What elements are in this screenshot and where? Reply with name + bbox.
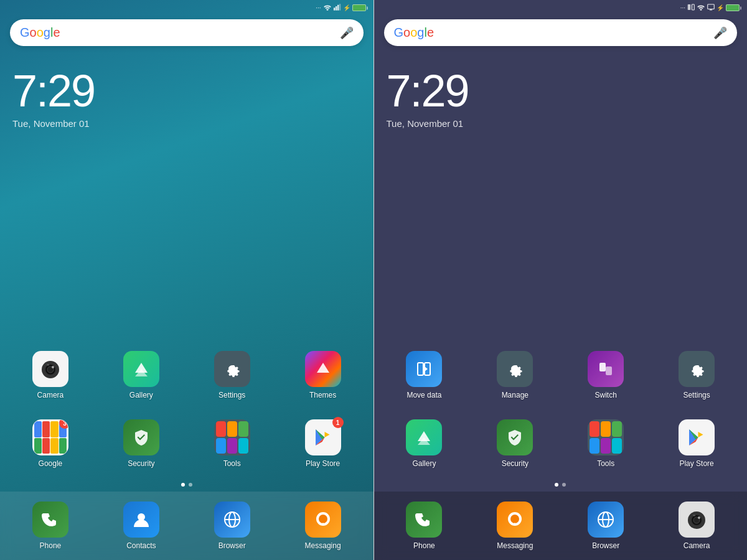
right-dock-browser[interactable]: Browser — [560, 497, 651, 555]
camera-label: Camera — [37, 391, 64, 399]
gallery-label: Gallery — [129, 391, 153, 399]
phone-label: Phone — [40, 541, 62, 550]
gallery-right-label: Gallery — [412, 459, 436, 468]
playstore-icon — [312, 426, 334, 449]
app-themes[interactable]: Themes — [278, 346, 369, 404]
right-status-icons: ··· ⚡ — [680, 4, 740, 12]
app-security[interactable]: Security — [96, 414, 187, 473]
dot-2[interactable] — [189, 483, 192, 487]
tools-right-icon-bg — [588, 419, 624, 455]
right-phone-screen: ··· ⚡ — [374, 0, 748, 560]
right-dot-2[interactable] — [562, 483, 566, 487]
svg-rect-27 — [599, 363, 606, 371]
app-tools-right[interactable]: Tools — [560, 414, 651, 473]
camera-icon — [39, 358, 62, 380]
phone-icon — [39, 508, 62, 531]
dock-phone[interactable]: Phone — [5, 497, 96, 555]
app-playstore[interactable]: 1 Play Store — [278, 414, 369, 473]
dock-messaging[interactable]: Messaging — [278, 497, 369, 555]
right-page-dots — [374, 478, 748, 492]
settings-icon — [221, 358, 243, 380]
left-page-dots — [0, 478, 374, 492]
right-dock-phone[interactable]: Phone — [379, 497, 470, 555]
left-app-grid-row2: 3 Google Security — [0, 409, 374, 478]
security-icon-bg — [123, 419, 159, 455]
right-google-logo: Google — [394, 26, 435, 40]
tools-label: Tools — [223, 459, 241, 468]
bolt-icon: ⚡ — [343, 4, 350, 11]
right-phone-icon-bg — [406, 502, 442, 538]
browser-icon-bg — [214, 502, 250, 538]
security-icon — [130, 426, 153, 449]
right-clock-time: 7:29 — [387, 68, 735, 113]
gallery-right-icon — [413, 426, 435, 449]
right-battery-icon — [726, 4, 740, 11]
right-screen-icon — [707, 4, 715, 12]
app-movedata[interactable]: Move data — [379, 346, 470, 404]
right-mic-icon[interactable]: 🎤 — [713, 26, 727, 40]
right-dot-1[interactable] — [555, 483, 558, 487]
right-dots-icon: ··· — [680, 4, 685, 11]
app-google[interactable]: 3 Google — [5, 414, 96, 473]
playstore-right-label: Play Store — [679, 459, 713, 468]
svg-point-7 — [52, 366, 54, 368]
dock-contacts[interactable]: Contacts — [96, 497, 187, 555]
right-browser-icon — [594, 508, 617, 531]
playstore-icon-bg: 1 — [305, 419, 341, 455]
right-messaging-icon-bg — [497, 502, 533, 538]
settings-right-icon-bg — [679, 351, 715, 387]
security-right-icon — [504, 426, 526, 449]
tools-icon-bg — [214, 419, 250, 455]
mic-icon[interactable]: 🎤 — [340, 26, 354, 40]
svg-rect-18 — [688, 4, 691, 10]
playstore-badge: 1 — [332, 417, 344, 428]
right-camera-icon — [685, 508, 708, 531]
svg-rect-28 — [606, 366, 612, 375]
left-search-bar[interactable]: Google 🎤 — [10, 19, 364, 46]
tools-mini-grid — [214, 419, 250, 455]
left-clock-date: Tue, November 01 — [12, 118, 361, 129]
google-icon-bg: 3 — [32, 419, 68, 455]
tools-right-label: Tools — [597, 459, 614, 468]
app-tools[interactable]: Tools — [187, 414, 278, 473]
left-dock: Phone Contacts Browser — [0, 492, 374, 560]
right-phone-label: Phone — [413, 541, 435, 550]
svg-rect-1 — [336, 6, 337, 11]
app-switch[interactable]: Switch — [560, 346, 651, 404]
messaging-label: Messaging — [305, 541, 341, 550]
playstore-right-icon — [685, 426, 708, 449]
browser-icon — [221, 508, 243, 531]
right-sim-icon — [687, 4, 695, 12]
google-label: Google — [39, 459, 63, 468]
settings-icon-bg — [214, 351, 250, 387]
app-settings-right[interactable]: Settings — [651, 346, 742, 404]
security-label: Security — [128, 459, 154, 468]
left-status-icons: ··· ⚡ — [316, 4, 365, 12]
right-app-grid-row2: Gallery Security — [374, 409, 748, 478]
app-gallery[interactable]: Gallery — [96, 346, 187, 404]
right-dock-messaging[interactable]: Messaging — [469, 497, 560, 555]
dots-icon: ··· — [316, 4, 321, 11]
dot-1[interactable] — [181, 483, 185, 487]
right-messaging-label: Messaging — [497, 541, 533, 550]
movedata-icon — [413, 358, 435, 380]
right-dock-camera[interactable]: Camera — [651, 497, 742, 555]
themes-label: Themes — [309, 391, 336, 399]
right-dock: Phone Messaging Browser — [374, 492, 748, 560]
gallery-icon — [130, 358, 153, 380]
app-settings[interactable]: Settings — [187, 346, 278, 404]
app-camera[interactable]: Camera — [5, 346, 96, 404]
app-gallery-right[interactable]: Gallery — [379, 414, 470, 473]
themes-icon — [312, 358, 334, 380]
messaging-icon — [312, 508, 334, 531]
dock-browser[interactable]: Browser — [187, 497, 278, 555]
app-playstore-right[interactable]: Play Store — [651, 414, 742, 473]
messaging-icon-bg — [305, 502, 341, 538]
playstore-label: Play Store — [306, 459, 340, 468]
manage-icon — [504, 358, 526, 380]
svg-point-40 — [698, 516, 700, 519]
app-manage[interactable]: Manage — [469, 346, 560, 404]
svg-rect-20 — [708, 4, 715, 9]
app-security-right[interactable]: Security — [469, 414, 560, 473]
right-search-bar[interactable]: Google 🎤 — [384, 19, 738, 46]
